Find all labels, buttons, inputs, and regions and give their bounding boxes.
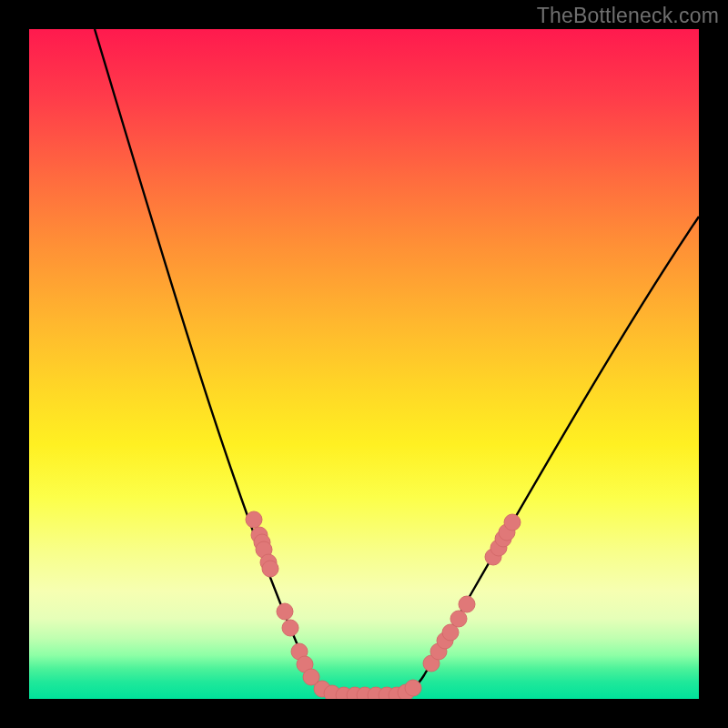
curve-svg: [29, 29, 699, 699]
data-dot: [459, 596, 475, 612]
plot-area: [29, 29, 699, 699]
data-dot: [504, 514, 521, 531]
data-dot: [246, 511, 262, 528]
chart-frame: TheBottleneck.com: [0, 0, 728, 728]
data-dot: [262, 561, 278, 577]
data-dot: [450, 611, 467, 627]
data-dot: [277, 603, 293, 620]
data-dot: [405, 680, 421, 696]
data-dots: [246, 511, 521, 699]
watermark-text: TheBottleneck.com: [537, 4, 719, 28]
bottleneck-curve: [95, 29, 699, 694]
data-dot: [282, 620, 298, 636]
